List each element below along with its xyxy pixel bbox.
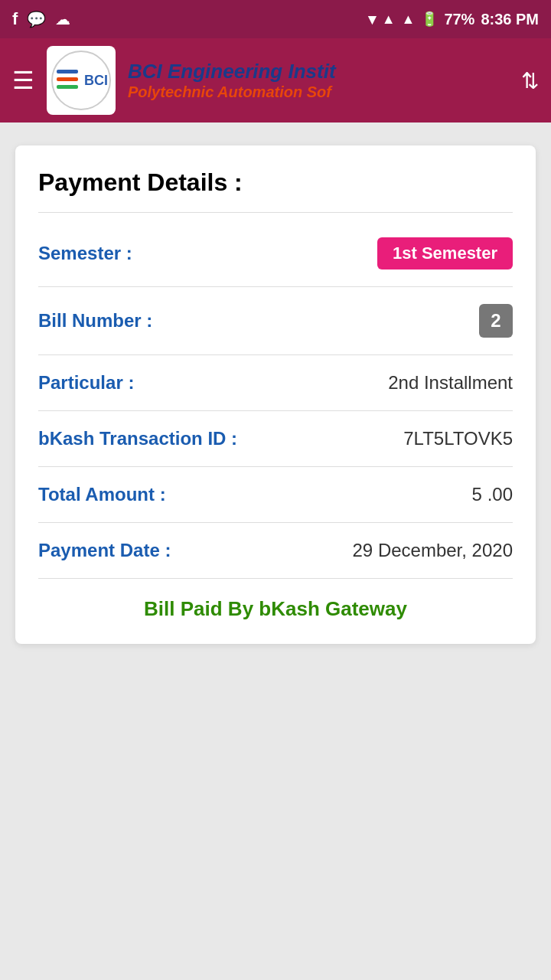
logo-container: BCI (47, 46, 116, 115)
payment-date-value: 29 December, 2020 (353, 540, 513, 561)
status-bar-left: f 💬 ☁ (12, 9, 70, 29)
header-right-icon[interactable]: ⇅ (521, 68, 539, 93)
payment-date-row: Payment Date : 29 December, 2020 (38, 523, 513, 579)
wifi-icon: ▾ (368, 10, 376, 28)
app-header: ☰ BCI BCI Engineering Instit Polytechnic… (0, 38, 551, 122)
bill-number-badge: 2 (479, 304, 513, 338)
header-title: BCI Engineering Instit Polytechnic Autom… (128, 60, 336, 101)
bill-number-label: Bill Number : (38, 310, 152, 332)
battery-icon: 🔋 (421, 11, 438, 28)
cloud-icon: ☁ (55, 10, 70, 28)
payment-date-label: Payment Date : (38, 540, 171, 561)
payment-details-card: Payment Details : Semester : 1st Semeste… (15, 145, 536, 644)
total-amount-label: Total Amount : (38, 484, 166, 505)
svg-rect-3 (57, 85, 78, 89)
signal-icon-1: ▲ (382, 11, 396, 28)
particular-row: Particular : 2nd Installment (38, 355, 513, 411)
semester-row: Semester : 1st Semester (38, 220, 513, 287)
hamburger-menu[interactable]: ☰ (12, 66, 34, 95)
svg-text:BCI: BCI (84, 73, 108, 88)
bkash-txn-row: bKash Transaction ID : 7LT5LTOVK5 (38, 411, 513, 467)
card-title: Payment Details : (38, 168, 513, 213)
svg-rect-1 (57, 70, 78, 74)
time-display: 8:36 PM (481, 11, 539, 28)
header-left: ☰ BCI BCI Engineering Instit Polytechnic… (12, 46, 336, 115)
header-title-sub: Polytechnic Automation Sof (128, 83, 336, 101)
sms-icon: 💬 (27, 10, 46, 28)
main-content: Payment Details : Semester : 1st Semeste… (0, 122, 551, 667)
particular-value: 2nd Installment (388, 372, 513, 394)
bkash-txn-value: 7LT5LTOVK5 (403, 428, 513, 449)
bci-logo: BCI (51, 50, 112, 111)
semester-badge: 1st Semester (377, 237, 513, 270)
svg-rect-2 (57, 77, 78, 81)
semester-label: Semester : (38, 243, 132, 264)
paid-text: Bill Paid By bKash Gateway (38, 579, 513, 621)
sort-icon: ⇅ (521, 69, 539, 93)
bkash-txn-label: bKash Transaction ID : (38, 428, 237, 449)
bill-number-row: Bill Number : 2 (38, 287, 513, 355)
total-amount-value: 5 .00 (472, 484, 513, 505)
signal-icon-2: ▲ (402, 11, 416, 28)
battery-percent: 77% (444, 11, 474, 28)
header-title-main: BCI Engineering Instit (128, 60, 336, 83)
particular-label: Particular : (38, 372, 134, 394)
status-bar-right: ▾ ▲ ▲ 🔋 77% 8:36 PM (368, 10, 539, 28)
facebook-icon: f (12, 9, 18, 29)
total-amount-row: Total Amount : 5 .00 (38, 467, 513, 523)
status-bar: f 💬 ☁ ▾ ▲ ▲ 🔋 77% 8:36 PM (0, 0, 551, 38)
